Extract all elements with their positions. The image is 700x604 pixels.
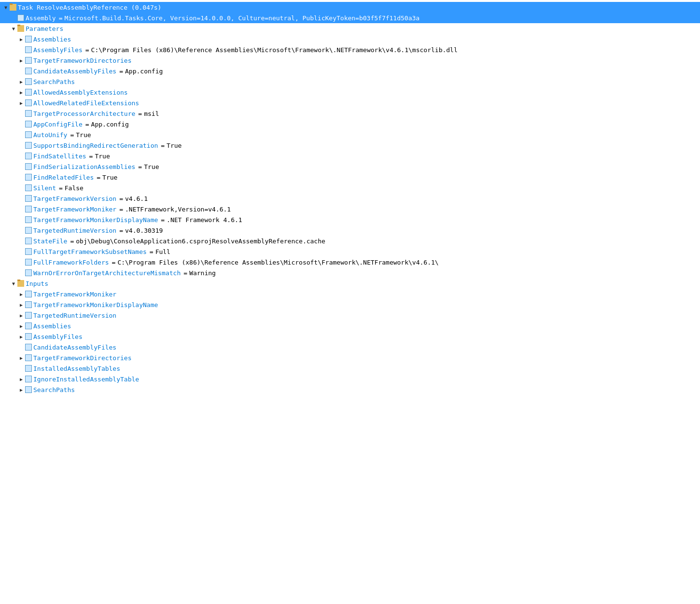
node-icon bbox=[25, 323, 32, 329]
expand-toggle[interactable]: ▶ bbox=[17, 354, 25, 362]
expand-toggle[interactable]: ▶ bbox=[17, 322, 25, 330]
node-icon bbox=[25, 131, 32, 138]
node-value: True bbox=[167, 142, 182, 149]
tree-row[interactable]: CandidateAssemblyFiles bbox=[0, 342, 700, 352]
expand-toggle[interactable]: ▶ bbox=[17, 99, 25, 107]
no-toggle bbox=[17, 365, 25, 372]
node-icon bbox=[25, 57, 32, 64]
tree-row[interactable]: ▶Assemblies bbox=[0, 321, 700, 331]
tree-row[interactable]: AutoUnify = True bbox=[0, 129, 700, 140]
tree-row[interactable]: ▼Parameters bbox=[0, 23, 700, 34]
node-value: obj\Debug\ConsoleApplication6.csprojReso… bbox=[76, 238, 325, 245]
equals-sign: = bbox=[89, 153, 93, 160]
tree-row[interactable]: FindSatellites = True bbox=[0, 151, 700, 161]
tree-row[interactable]: ▶TargetFrameworkDirectories bbox=[0, 55, 700, 66]
node-value: True bbox=[95, 153, 110, 160]
expand-toggle[interactable]: ▶ bbox=[17, 333, 25, 340]
node-icon bbox=[25, 259, 32, 266]
tree-row[interactable]: ▶AllowedRelatedFileExtensions bbox=[0, 98, 700, 108]
collapse-toggle[interactable]: ▼ bbox=[10, 280, 17, 287]
node-label: Assemblies bbox=[33, 323, 71, 330]
tree-row[interactable]: SupportsBindingRedirectGeneration = True bbox=[0, 140, 700, 151]
tree-row[interactable]: AppConfigFile = App.config bbox=[0, 119, 700, 129]
expand-toggle[interactable]: ▶ bbox=[17, 375, 25, 383]
expand-toggle[interactable]: ▶ bbox=[17, 56, 25, 64]
node-value: Warning bbox=[189, 269, 216, 277]
node-label: FindSerializationAssemblies bbox=[33, 163, 135, 170]
no-toggle bbox=[17, 237, 25, 245]
tree-row[interactable]: TargetedRuntimeVersion = v4.0.30319 bbox=[0, 225, 700, 236]
node-icon bbox=[25, 376, 32, 382]
expand-toggle[interactable]: ▶ bbox=[17, 386, 25, 393]
equals-sign: = bbox=[97, 174, 100, 181]
node-label: Assemblies bbox=[33, 36, 71, 43]
node-label: Task ResolveAssemblyReference (0.047s) bbox=[18, 4, 161, 11]
expand-toggle[interactable]: ▶ bbox=[17, 35, 25, 43]
tree-row[interactable]: ▼Task ResolveAssemblyReference (0.047s) bbox=[0, 2, 700, 13]
tree-row[interactable]: ▶TargetFrameworkMonikerDisplayName bbox=[0, 299, 700, 310]
no-toggle bbox=[17, 67, 25, 75]
tree-row[interactable]: FullTargetFrameworkSubsetNames = Full bbox=[0, 246, 700, 257]
equals-sign: = bbox=[119, 195, 123, 202]
equals-sign: = bbox=[119, 68, 123, 75]
tree-row[interactable]: ▶SearchPaths bbox=[0, 76, 700, 87]
node-icon bbox=[25, 99, 32, 106]
equals-sign: = bbox=[161, 142, 165, 149]
tree-row[interactable]: Assembly = Microsoft.Build.Tasks.Core, V… bbox=[0, 13, 700, 23]
tree-row[interactable]: InstalledAssemblyTables bbox=[0, 363, 700, 374]
no-toggle bbox=[17, 152, 25, 160]
tree-row[interactable]: CandidateAssemblyFiles = App.config bbox=[0, 66, 700, 76]
node-icon bbox=[25, 163, 32, 170]
node-icon bbox=[25, 142, 32, 149]
expand-toggle[interactable]: ▶ bbox=[17, 311, 25, 319]
expand-toggle[interactable]: ▶ bbox=[17, 88, 25, 96]
node-label: AllowedRelatedFileExtensions bbox=[33, 99, 139, 107]
expand-toggle[interactable]: ▶ bbox=[17, 301, 25, 309]
expand-toggle[interactable]: ▶ bbox=[17, 78, 25, 85]
tree-row[interactable]: ▶SearchPaths bbox=[0, 384, 700, 395]
tree-row[interactable]: TargetFrameworkMonikerDisplayName = .NET… bbox=[0, 214, 700, 225]
tree-row[interactable]: FindSerializationAssemblies = True bbox=[0, 161, 700, 172]
tree-row[interactable]: FindRelatedFiles = True bbox=[0, 172, 700, 183]
node-icon bbox=[25, 344, 32, 351]
node-icon bbox=[25, 206, 32, 212]
equals-sign: = bbox=[119, 206, 123, 213]
tree-view: ▼Task ResolveAssemblyReference (0.047s)A… bbox=[0, 0, 700, 397]
tree-row[interactable]: ▶TargetFrameworkDirectories bbox=[0, 352, 700, 363]
tree-row[interactable]: TargetFrameworkMoniker = .NETFramework,V… bbox=[0, 204, 700, 214]
tree-row[interactable]: ▼Inputs bbox=[0, 278, 700, 289]
node-icon bbox=[25, 333, 32, 340]
tree-row[interactable]: TargetFrameworkVersion = v4.6.1 bbox=[0, 193, 700, 204]
node-value: True bbox=[102, 174, 117, 181]
collapse-toggle[interactable]: ▼ bbox=[10, 25, 17, 32]
tree-row[interactable]: ▶TargetedRuntimeVersion bbox=[0, 310, 700, 321]
node-label: TargetFrameworkDirectories bbox=[33, 57, 132, 64]
tree-row[interactable]: WarnOrErrorOnTargetArchitectureMismatch … bbox=[0, 267, 700, 278]
tree-row[interactable]: FullFrameworkFolders = C:\Program Files … bbox=[0, 257, 700, 267]
tree-row[interactable]: ▶TargetFrameworkMoniker bbox=[0, 289, 700, 299]
tree-row[interactable]: AssemblyFiles = C:\Program Files (x86)\R… bbox=[0, 44, 700, 55]
node-label: AssemblyFiles bbox=[33, 333, 83, 340]
tree-row[interactable]: ▶IgnoreInstalledAssemblyTable bbox=[0, 374, 700, 384]
no-toggle bbox=[17, 141, 25, 149]
no-toggle bbox=[17, 46, 25, 54]
equals-sign: = bbox=[138, 110, 142, 117]
node-label: TargetFrameworkDirectories bbox=[33, 354, 132, 362]
node-label: FullTargetFrameworkSubsetNames bbox=[33, 248, 147, 255]
tree-row[interactable]: TargetProcessorArchitecture = msil bbox=[0, 108, 700, 119]
node-icon bbox=[25, 248, 32, 255]
collapse-toggle[interactable]: ▼ bbox=[2, 3, 10, 11]
tree-row[interactable]: ▶AssemblyFiles bbox=[0, 331, 700, 342]
tree-row[interactable]: ▶AllowedAssemblyExtensions bbox=[0, 87, 700, 98]
equals-sign: = bbox=[161, 216, 165, 224]
expand-toggle[interactable]: ▶ bbox=[17, 290, 25, 298]
node-icon bbox=[25, 269, 32, 276]
equals-sign: = bbox=[112, 259, 116, 266]
tree-row[interactable]: ▶Assemblies bbox=[0, 34, 700, 44]
tree-row[interactable]: StateFile = obj\Debug\ConsoleApplication… bbox=[0, 236, 700, 246]
no-toggle bbox=[17, 110, 25, 117]
node-icon bbox=[25, 227, 32, 234]
equals-sign: = bbox=[138, 163, 142, 170]
folder-icon bbox=[17, 280, 24, 287]
tree-row[interactable]: Silent = False bbox=[0, 183, 700, 193]
